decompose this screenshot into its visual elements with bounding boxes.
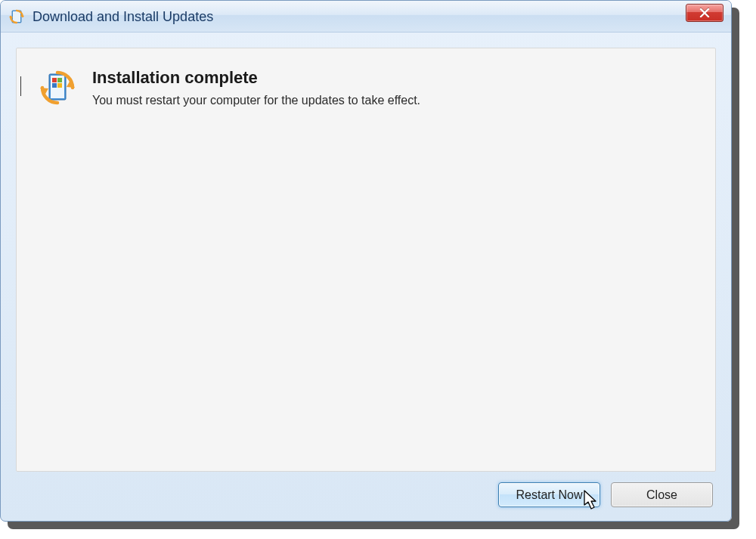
window-close-button[interactable] bbox=[686, 4, 723, 22]
content-wrap: Installation complete You must restart y… bbox=[1, 33, 731, 521]
svg-rect-8 bbox=[52, 83, 57, 88]
button-row: Restart Now Close bbox=[16, 472, 716, 510]
windows-update-icon bbox=[39, 70, 76, 106]
close-icon bbox=[699, 8, 710, 17]
title-bar: Download and Install Updates bbox=[1, 1, 731, 33]
heading-text: Installation complete bbox=[92, 68, 420, 88]
text-caret bbox=[20, 76, 21, 96]
dialog-window: Download and Install Updates bbox=[0, 0, 732, 522]
message-block: Installation complete You must restart y… bbox=[92, 68, 420, 107]
svg-rect-9 bbox=[57, 83, 62, 88]
svg-rect-7 bbox=[57, 78, 62, 82]
window-title: Download and Install Updates bbox=[33, 8, 725, 25]
content-panel: Installation complete You must restart y… bbox=[16, 48, 716, 472]
svg-rect-1 bbox=[13, 11, 20, 22]
svg-rect-6 bbox=[52, 78, 57, 82]
close-button[interactable]: Close bbox=[611, 482, 713, 507]
sub-text: You must restart your computer for the u… bbox=[92, 94, 420, 107]
windows-update-small-icon bbox=[8, 8, 25, 25]
restart-now-button[interactable]: Restart Now bbox=[498, 482, 600, 507]
